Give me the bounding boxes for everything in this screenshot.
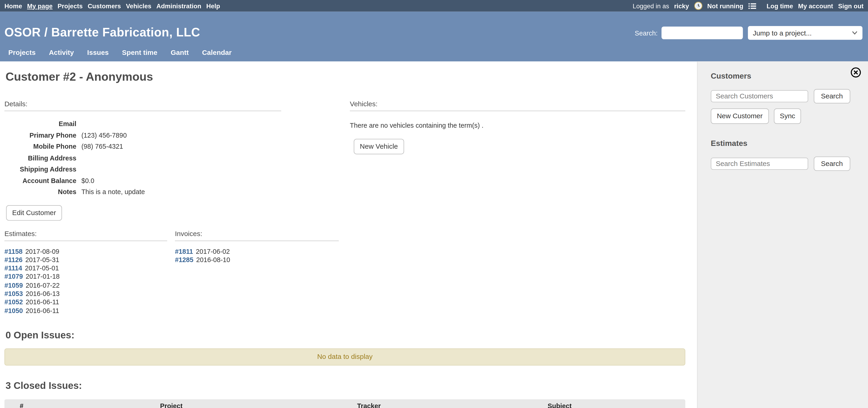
tab-issues[interactable]: Issues — [81, 46, 115, 62]
jump-to-project-select[interactable]: Jump to a project... — [748, 26, 863, 40]
sidebar: Customers Search New Customer Sync Estim… — [697, 61, 868, 408]
tab-projects[interactable]: Projects — [2, 46, 42, 62]
page-root: Home My page Projects Customers Vehicles… — [0, 0, 868, 408]
column-header-project: Project — [39, 399, 304, 408]
timer-status: Not running — [707, 3, 743, 9]
estimate-item: #10502016-06-11 — [4, 307, 167, 315]
estimate-link[interactable]: #1050 — [4, 307, 23, 315]
search-customers-button[interactable]: Search — [814, 89, 850, 103]
my-account-link[interactable]: My account — [798, 3, 833, 9]
sign-out-link[interactable]: Sign out — [838, 3, 863, 9]
estimates-section: Estimates: #11582017-08-09 #11262017-05-… — [4, 230, 167, 315]
invoices-section: Invoices: #18112017-06-02 #12852016-08-1… — [175, 230, 339, 315]
estimate-link[interactable]: #1079 — [4, 273, 23, 281]
column-header-subject: Subject — [434, 399, 685, 408]
top-menu-vehicles[interactable]: Vehicles — [126, 3, 151, 9]
new-customer-button[interactable]: New Customer — [711, 108, 769, 124]
invoice-item: #12852016-08-10 — [175, 256, 339, 264]
detail-row-mobile-phone: Mobile Phone (98) 765-4321 — [4, 141, 281, 152]
estimate-link[interactable]: #1059 — [4, 281, 23, 289]
search-estimates-input[interactable] — [711, 158, 808, 170]
vehicles-section: Vehicles: There are no vehicles containi… — [345, 100, 685, 220]
estimate-item: #11582017-08-09 — [4, 247, 167, 256]
edit-customer-button[interactable]: Edit Customer — [6, 205, 62, 220]
sidebar-customers-heading: Customers — [711, 71, 860, 80]
detail-row-shipping-address: Shipping Address — [4, 164, 281, 175]
logged-in-label: Logged in as — [633, 3, 669, 9]
search-label: Search: — [635, 29, 658, 37]
detail-row-primary-phone: Primary Phone (123) 456-7890 — [4, 130, 281, 141]
vehicles-empty-text: There are no vehicles containing the ter… — [350, 122, 685, 130]
log-time-link[interactable]: Log time — [767, 3, 793, 9]
no-data-notice: No data to display — [4, 348, 685, 365]
search-estimates-button[interactable]: Search — [814, 157, 850, 171]
top-menu-help[interactable]: Help — [206, 3, 220, 9]
header-search-area: Search: Jump to a project... — [635, 26, 863, 40]
sidebar-estimates-heading: Estimates — [711, 139, 860, 147]
estimate-item: #10522016-06-11 — [4, 298, 167, 307]
invoice-link[interactable]: #1811 — [175, 247, 193, 256]
close-icon[interactable] — [850, 67, 861, 78]
open-issues-heading: 0 Open Issues: — [5, 330, 685, 341]
detail-row-billing-address: Billing Address — [4, 152, 281, 164]
main-tabs: Projects Activity Issues Spent time Gant… — [2, 46, 238, 62]
invoice-link[interactable]: #1285 — [175, 256, 193, 264]
table-header-row: # Project Tracker Subject — [4, 399, 685, 408]
site-title: OSOR / Barrette Fabrication, LLC — [4, 25, 200, 40]
top-menu-home[interactable]: Home — [4, 3, 22, 9]
page-title: Customer #2 - Anonymous — [5, 70, 685, 84]
timer-list-icon[interactable] — [748, 3, 756, 9]
sync-button[interactable]: Sync — [774, 108, 801, 124]
estimate-item: #11142017-05-01 — [4, 264, 167, 273]
vehicles-heading: Vehicles: — [350, 100, 685, 111]
top-menu-my-page[interactable]: My page — [27, 3, 52, 9]
estimate-link[interactable]: #1053 — [4, 290, 23, 298]
estimate-link[interactable]: #1126 — [4, 256, 22, 264]
chevron-down-icon — [852, 31, 858, 35]
detail-row-notes: Notes This is a note, update — [4, 186, 281, 198]
app-header: OSOR / Barrette Fabrication, LLC Search:… — [0, 11, 868, 61]
invoice-item: #18112017-06-02 — [175, 247, 339, 256]
invoices-heading: Invoices: — [175, 230, 339, 241]
estimates-heading: Estimates: — [4, 230, 167, 241]
search-input[interactable] — [661, 27, 743, 39]
search-customers-input[interactable] — [711, 90, 808, 102]
logged-in-username: ricky — [674, 3, 689, 9]
top-menu-customers[interactable]: Customers — [88, 3, 121, 9]
column-header-id: # — [4, 399, 39, 408]
estimate-link[interactable]: #1158 — [4, 247, 22, 256]
tab-activity[interactable]: Activity — [42, 46, 81, 62]
estimate-item: #10592016-07-22 — [4, 281, 167, 290]
estimate-item: #10532016-06-13 — [4, 290, 167, 298]
tab-spent-time[interactable]: Spent time — [115, 46, 164, 62]
top-menu-bar: Home My page Projects Customers Vehicles… — [0, 0, 868, 11]
estimate-item: #11262017-05-31 — [4, 256, 167, 264]
details-heading: Details: — [4, 100, 281, 111]
detail-row-account-balance: Account Balance $0.0 — [4, 175, 281, 186]
top-menu-projects[interactable]: Projects — [58, 3, 83, 9]
tab-calendar[interactable]: Calendar — [195, 46, 238, 62]
tab-gantt[interactable]: Gantt — [164, 46, 195, 62]
top-menu-administration[interactable]: Administration — [156, 3, 202, 9]
main-content: Customer #2 - Anonymous Details: Email P… — [0, 61, 697, 408]
closed-issues-table: # Project Tracker Subject 182 Redmine Fe… — [4, 399, 685, 408]
estimate-link[interactable]: #1114 — [4, 264, 22, 272]
jump-to-project-value: Jump to a project... — [753, 29, 812, 37]
closed-issues-heading: 3 Closed Issues: — [5, 380, 685, 392]
details-section: Details: Email Primary Phone (123) 456-7… — [4, 100, 281, 220]
timer-clock-icon[interactable] — [694, 2, 702, 10]
estimate-item: #10792017-01-18 — [4, 273, 167, 281]
detail-row-email: Email — [4, 118, 281, 130]
estimate-link[interactable]: #1052 — [4, 298, 23, 306]
new-vehicle-button[interactable]: New Vehicle — [354, 139, 404, 154]
column-header-tracker: Tracker — [304, 399, 434, 408]
